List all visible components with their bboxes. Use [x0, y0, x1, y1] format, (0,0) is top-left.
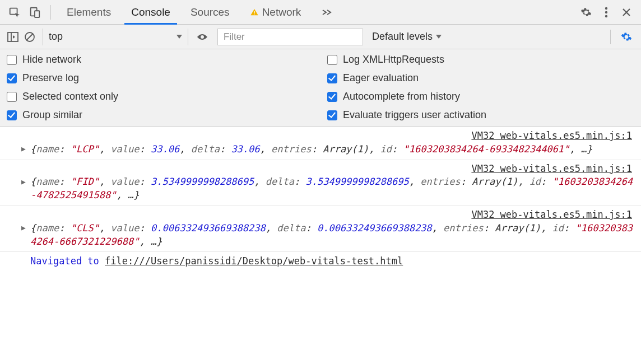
separator — [610, 30, 611, 44]
expand-arrow-icon[interactable]: ▶ — [21, 177, 26, 187]
settings-icon[interactable] — [576, 2, 596, 22]
source-link[interactable]: VM32 web-vitals.es5.min.js:1 — [471, 209, 632, 220]
checkbox[interactable] — [327, 55, 337, 65]
console-message: VM32 web-vitals.es5.min.js:1▶{name: "LCP… — [0, 127, 641, 160]
source-link[interactable]: VM32 web-vitals.es5.min.js:1 — [471, 130, 632, 141]
tab-elements[interactable]: Elements — [57, 0, 121, 24]
option-log-xhr[interactable]: Log XMLHttpRequests — [327, 54, 634, 66]
option-selected-context[interactable]: Selected context only — [7, 91, 314, 102]
tab-console[interactable]: Console — [121, 0, 180, 24]
devtools-tabbar: Elements Console Sources Network — [0, 0, 641, 25]
panel-tabs: Elements Console Sources Network — [57, 0, 342, 24]
warning-icon — [250, 8, 259, 17]
option-label: Log XMLHttpRequests — [343, 54, 444, 66]
tab-label: Sources — [191, 6, 230, 18]
chevron-down-icon — [176, 35, 182, 39]
close-icon[interactable] — [616, 2, 637, 22]
option-label: Selected context only — [22, 91, 118, 102]
checkbox[interactable] — [327, 92, 337, 102]
option-label: Hide network — [22, 54, 81, 66]
option-label: Group similar — [22, 109, 82, 121]
option-label: Preserve log — [22, 72, 79, 84]
expand-arrow-icon[interactable]: ▶ — [21, 223, 26, 233]
option-eager-eval[interactable]: Eager evaluation — [327, 72, 634, 84]
option-group-similar[interactable]: Group similar — [7, 109, 314, 121]
separator — [50, 5, 51, 20]
context-select[interactable]: top — [43, 29, 188, 45]
svg-rect-4 — [254, 13, 254, 14]
filter-input[interactable] — [217, 29, 363, 45]
inspect-element-icon[interactable] — [4, 2, 25, 22]
checkbox[interactable] — [7, 55, 17, 65]
option-autocomplete[interactable]: Autocomplete from history — [327, 91, 634, 102]
option-label: Eager evaluation — [343, 72, 419, 84]
checkbox[interactable] — [7, 110, 17, 120]
device-toolbar-icon[interactable] — [25, 2, 45, 22]
option-label: Autocomplete from history — [343, 91, 460, 102]
chevron-down-icon — [436, 35, 442, 39]
svg-point-5 — [605, 7, 607, 9]
navigation-message: Navigated to file:///Users/panissidi/Des… — [0, 252, 641, 271]
kebab-menu-icon[interactable] — [596, 2, 616, 22]
log-levels-select[interactable]: Default levels — [372, 31, 442, 43]
option-evaluate-activation[interactable]: Evaluate triggers user activation — [327, 109, 634, 121]
levels-label: Default levels — [372, 31, 433, 43]
option-preserve-log[interactable]: Preserve log — [7, 72, 314, 84]
live-expression-icon[interactable] — [193, 27, 212, 47]
tab-label: Elements — [67, 6, 111, 18]
sidebar-toggle-icon[interactable] — [4, 27, 21, 47]
checkbox[interactable] — [327, 110, 337, 120]
nav-prefix: Navigated to — [30, 255, 105, 267]
console-message: VM32 web-vitals.es5.min.js:1▶{name: "FID… — [0, 160, 641, 206]
checkbox[interactable] — [327, 73, 337, 83]
tab-network[interactable]: Network — [240, 0, 312, 24]
console-settings-icon[interactable] — [616, 27, 637, 47]
option-hide-network[interactable]: Hide network — [7, 54, 314, 66]
checkbox[interactable] — [7, 92, 17, 102]
svg-point-6 — [605, 11, 607, 13]
console-settings-panel: Hide network Log XMLHttpRequests Preserv… — [0, 49, 641, 127]
checkbox[interactable] — [7, 73, 17, 83]
svg-point-7 — [605, 15, 607, 17]
clear-console-icon[interactable] — [21, 27, 38, 47]
console-toolbar: top Default levels — [0, 25, 641, 49]
context-value: top — [49, 31, 63, 43]
tab-label: Console — [131, 6, 170, 18]
logged-object[interactable]: {name: "CLS", value: 0.00633249366938823… — [30, 222, 633, 247]
expand-arrow-icon[interactable]: ▶ — [21, 144, 26, 154]
nav-url-link[interactable]: file:///Users/panissidi/Desktop/web-vita… — [105, 255, 403, 267]
logged-object[interactable]: {name: "LCP", value: 33.06, delta: 33.06… — [30, 143, 592, 155]
tab-sources[interactable]: Sources — [180, 0, 240, 24]
tab-overflow[interactable] — [311, 0, 342, 24]
source-link[interactable]: VM32 web-vitals.es5.min.js:1 — [471, 163, 632, 174]
console-message: VM32 web-vitals.es5.min.js:1▶{name: "CLS… — [0, 206, 641, 252]
svg-rect-2 — [35, 11, 39, 17]
logged-object[interactable]: {name: "FID", value: 3.5349999998288695,… — [30, 176, 633, 200]
option-label: Evaluate triggers user activation — [343, 109, 486, 121]
svg-rect-3 — [254, 11, 254, 13]
console-output: VM32 web-vitals.es5.min.js:1▶{name: "LCP… — [0, 127, 641, 271]
tab-label: Network — [262, 6, 301, 18]
